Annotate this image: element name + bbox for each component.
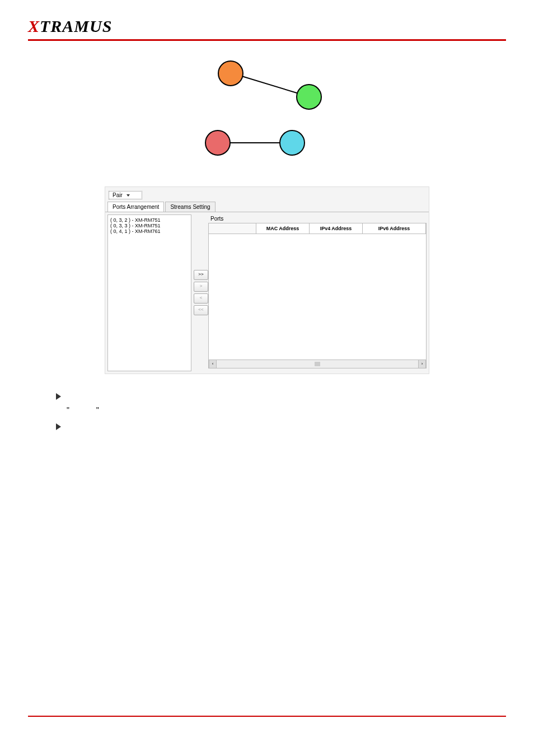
bullet-icon bbox=[56, 393, 61, 400]
logo: XTRAMUS bbox=[28, 17, 506, 36]
circle-pair-2 bbox=[183, 119, 351, 170]
svg-point-5 bbox=[280, 130, 305, 155]
horizontal-scrollbar[interactable]: ‹ › bbox=[209, 360, 426, 368]
list-item[interactable]: ( 0, 3, 3 ) - XM-RM751 bbox=[110, 223, 189, 228]
mode-dropdown-value: Pair bbox=[113, 192, 123, 198]
logo-rest: TRAMUS bbox=[40, 17, 112, 35]
chevron-down-icon bbox=[127, 194, 130, 197]
logo-x: X bbox=[28, 17, 40, 35]
scroll-left-icon[interactable]: ‹ bbox=[209, 360, 217, 368]
table-header-blank bbox=[209, 223, 256, 234]
add-all-button[interactable]: >> bbox=[194, 270, 208, 280]
tabs: Ports Arrangement Streams Setting bbox=[105, 202, 429, 212]
bullet-icon bbox=[56, 423, 61, 430]
svg-point-2 bbox=[297, 85, 321, 109]
svg-line-0 bbox=[236, 74, 301, 94]
add-one-button[interactable]: > bbox=[194, 282, 208, 292]
circle-diagram bbox=[28, 52, 506, 170]
header-divider bbox=[28, 39, 506, 41]
table-header-mac: MAC Address bbox=[256, 223, 310, 234]
bullet-2: : bbox=[67, 421, 478, 433]
available-ports-list[interactable]: ( 0, 3, 2 ) - XM-RM751 ( 0, 3, 3 ) - XM-… bbox=[107, 214, 191, 371]
svg-point-4 bbox=[205, 130, 230, 155]
footer-divider bbox=[28, 716, 506, 717]
ports-label: Ports bbox=[208, 214, 427, 223]
table-header-ipv4: IPv4 Address bbox=[310, 223, 363, 234]
app-window: Pair Ports Arrangement Streams Setting (… bbox=[105, 186, 429, 374]
ports-table: MAC Address IPv4 Address IPv6 Address ‹ … bbox=[208, 223, 427, 368]
table-header-ipv6: IPv6 Address bbox=[363, 223, 426, 234]
list-item[interactable]: ( 0, 3, 2 ) - XM-RM751 bbox=[110, 217, 189, 223]
transfer-buttons: >> > < << bbox=[194, 212, 208, 374]
remove-all-button[interactable]: << bbox=[194, 305, 208, 315]
tab-streams-setting[interactable]: Streams Setting bbox=[165, 202, 215, 212]
tab-ports-arrangement[interactable]: Ports Arrangement bbox=[107, 202, 164, 212]
circle-pair-1 bbox=[183, 52, 351, 119]
mode-dropdown[interactable]: Pair bbox=[109, 191, 142, 199]
bullet-list: information in the list " " . : bbox=[56, 391, 478, 433]
svg-point-1 bbox=[218, 61, 243, 86]
scroll-thumb[interactable] bbox=[315, 362, 320, 366]
table-header-row: MAC Address IPv4 Address IPv6 Address bbox=[209, 223, 426, 234]
bullet-1: information in the list " " . bbox=[67, 391, 478, 417]
page: XTRAMUS Pair Ports Arrangement Streams S… bbox=[0, 0, 534, 756]
remove-one-button[interactable]: < bbox=[194, 293, 208, 304]
list-item[interactable]: ( 0, 4, 1 ) - XM-RM761 bbox=[110, 228, 189, 234]
scroll-right-icon[interactable]: › bbox=[418, 360, 426, 368]
